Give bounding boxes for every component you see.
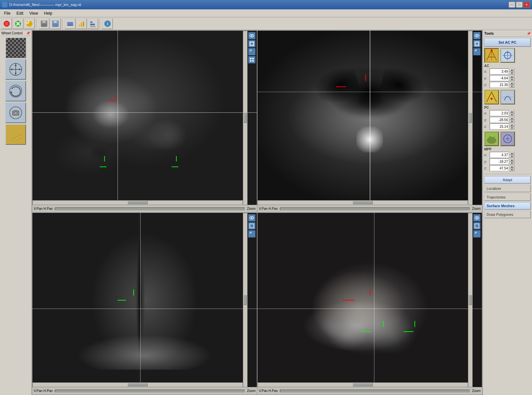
viewport-4-canvas[interactable] — [257, 213, 482, 387]
vp1-layout-button[interactable] — [248, 56, 255, 63]
vp2-vscroll[interactable] — [468, 31, 473, 205]
vp2-refresh-button[interactable] — [473, 48, 481, 55]
vp1-eye-button[interactable] — [248, 32, 255, 39]
rotate-button[interactable] — [5, 81, 26, 101]
svg-point-74 — [507, 52, 508, 53]
mpp-x-increment[interactable]: ▲ — [510, 152, 514, 155]
ac-z-spin: ▲ ▼ — [510, 82, 514, 88]
vp3-vscroll[interactable] — [243, 213, 247, 387]
vp1-hscroll[interactable] — [32, 200, 243, 205]
pc-y-increment[interactable]: ▲ — [510, 117, 514, 120]
vp4-eye-button[interactable] — [473, 214, 481, 222]
tools-pin-icon[interactable]: 📌 — [527, 32, 531, 35]
mpp-y-input[interactable] — [490, 158, 509, 164]
vp4-frame-button[interactable] — [473, 222, 481, 230]
set-ac-pc-button[interactable]: Set AC PC — [484, 38, 531, 47]
adapt-button[interactable]: Adapt — [484, 176, 531, 183]
vp4-hscroll[interactable] — [257, 382, 468, 387]
pc-z-increment[interactable]: ▲ — [510, 123, 514, 126]
mpp-y-increment[interactable]: ▲ — [510, 158, 514, 161]
ac-y-input[interactable] — [490, 75, 509, 81]
toolbar-info-button[interactable]: i — [102, 18, 113, 29]
vp1-refresh-button[interactable] — [248, 48, 255, 55]
vp4-progress[interactable] — [280, 390, 470, 392]
toolbar-bars-button[interactable] — [87, 18, 98, 29]
mpp-z-increment[interactable]: ▲ — [510, 165, 514, 168]
mpp-icon-1[interactable] — [484, 131, 499, 146]
mpp-z-decrement[interactable]: ▼ — [510, 168, 514, 171]
vp2-eye-button[interactable] — [473, 32, 481, 39]
menu-file[interactable]: File — [1, 10, 13, 16]
vp3-frame-button[interactable] — [248, 222, 255, 230]
viewport-2-canvas[interactable] — [257, 31, 482, 205]
vp2-hscroll[interactable] — [257, 200, 468, 205]
localizer-button[interactable]: Localizer — [484, 185, 531, 192]
vp3-controls — [248, 214, 255, 238]
surface-meshes-button[interactable]: Surface Meshes — [484, 202, 531, 210]
wheel-control-pin[interactable]: 📌 — [26, 31, 30, 35]
vp4-refresh-button[interactable] — [473, 230, 481, 238]
ruler-button[interactable] — [5, 124, 26, 145]
vp3-progress[interactable] — [55, 390, 245, 392]
minimize-button[interactable]: — — [509, 2, 515, 8]
vp1-frame-button[interactable] — [248, 40, 255, 47]
pc-x-input[interactable] — [490, 110, 509, 116]
viewport-4[interactable]: V.Pan H.Pan Zoom — [257, 213, 482, 394]
pc-icon-2[interactable] — [500, 90, 515, 104]
ac-x-input[interactable] — [490, 68, 509, 74]
viewport-3[interactable]: V.Pan H.Pan Zoom — [32, 213, 257, 394]
pc-x-increment[interactable]: ▲ — [510, 110, 514, 113]
mri-view-button[interactable] — [5, 37, 26, 58]
viewport-2[interactable]: V.Pan H.Pan Zoom — [257, 31, 482, 212]
toolbar-refresh-button[interactable] — [24, 18, 35, 29]
mpp-z-input[interactable] — [490, 165, 509, 171]
viewport-1[interactable]: V.Pan H.Pan Zoom — [32, 31, 257, 212]
toolbar-chart-button[interactable] — [76, 18, 87, 29]
vp1-vscroll[interactable] — [243, 31, 247, 205]
vp3-refresh-button[interactable] — [248, 230, 255, 238]
close-button[interactable]: ✕ — [523, 2, 530, 8]
pc-y-input[interactable] — [490, 117, 509, 123]
vp2-frame-button[interactable] — [473, 40, 481, 47]
menu-edit[interactable]: Edit — [14, 10, 26, 16]
menu-help[interactable]: Help — [41, 10, 55, 16]
mpp-z-row: z: ▲ ▼ — [484, 165, 531, 171]
vp3-eye-button[interactable] — [248, 214, 255, 222]
vp1-progress[interactable] — [55, 208, 245, 210]
pc-z-input[interactable] — [490, 123, 509, 129]
mpp-y-decrement[interactable]: ▼ — [510, 161, 514, 164]
menu-view[interactable]: View — [27, 10, 41, 16]
ac-icon-2[interactable] — [500, 48, 515, 63]
pc-z-decrement[interactable]: ▼ — [510, 126, 514, 129]
viewport-1-canvas[interactable] — [32, 31, 257, 205]
mpp-x-decrement[interactable]: ▼ — [510, 155, 514, 158]
vp4-vscroll[interactable] — [468, 213, 473, 387]
ac-y-increment[interactable]: ▲ — [510, 75, 514, 78]
trajectories-button[interactable]: Trajectories — [484, 193, 531, 201]
mpp-x-input[interactable] — [490, 152, 509, 158]
maximize-button[interactable]: □ — [516, 2, 523, 8]
toolbar-save-button[interactable] — [39, 18, 49, 29]
pc-icon-1[interactable] — [484, 90, 499, 104]
draw-polygones-button[interactable]: Draw Polygones — [484, 211, 531, 218]
ac-icon-1[interactable] — [484, 48, 499, 63]
ac-z-increment[interactable]: ▲ — [510, 82, 514, 85]
mpp-icon-2[interactable] — [500, 131, 515, 146]
toolbar-stop-button[interactable] — [1, 18, 12, 29]
toolbar-save2-button[interactable] — [50, 18, 61, 29]
ac-z-decrement[interactable]: ▼ — [510, 85, 514, 88]
pc-y-decrement[interactable]: ▼ — [510, 120, 514, 123]
vp3-hscroll[interactable] — [32, 382, 243, 387]
ac-y-decrement[interactable]: ▼ — [510, 78, 514, 81]
pc-x-decrement[interactable]: ▼ — [510, 113, 514, 116]
ac-x-increment[interactable]: ▲ — [510, 68, 514, 71]
pan-button[interactable] — [5, 59, 26, 80]
vp2-progress[interactable] — [280, 208, 470, 210]
toolbar-cancel-button[interactable] — [13, 18, 23, 29]
ac-x-decrement[interactable]: ▼ — [510, 71, 514, 74]
snapshot-button[interactable] — [5, 102, 26, 123]
ac-y-spin: ▲ ▼ — [510, 75, 514, 81]
ac-z-input[interactable] — [490, 82, 509, 88]
toolbar-layers-button[interactable] — [65, 18, 75, 29]
viewport-3-canvas[interactable] — [32, 213, 257, 387]
